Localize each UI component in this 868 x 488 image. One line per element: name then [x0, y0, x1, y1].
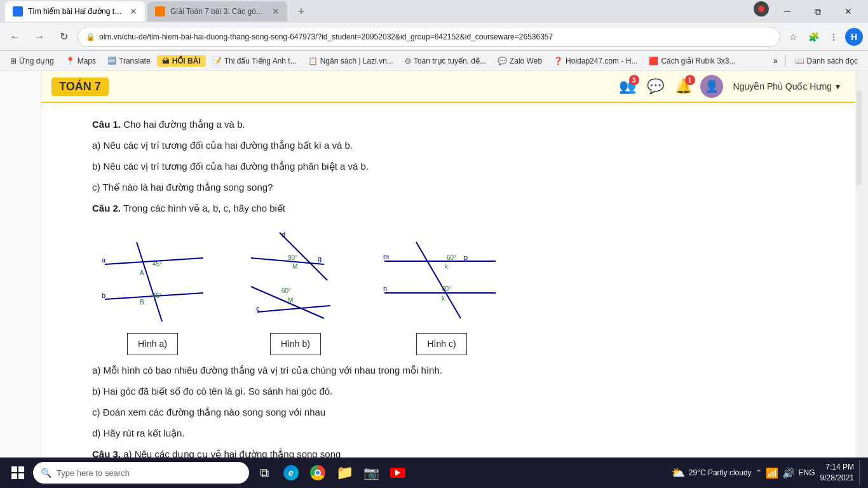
youtube-icon[interactable]: [385, 460, 410, 485]
q3-heading: Câu 3. a) Nêu các dụng cụ vẽ hai đường t…: [92, 445, 620, 458]
hoibai-icon: 🏔: [162, 57, 170, 65]
svg-text:c: c: [256, 304, 260, 312]
search-placeholder: Type here to search: [57, 468, 130, 478]
address-bar: ← → ↻ 🔒 olm.vn/chu-de/tim-hiem-bai-hai-d…: [0, 23, 868, 51]
taskbar-right: ⛅ 29°C Partly cloudy ⌃ 📶 🔊 ENG 7:14 PM 9…: [671, 460, 863, 485]
start-button[interactable]: [5, 460, 31, 485]
bookmark-hoibai[interactable]: 🏔 HỒI BÀI: [157, 55, 206, 67]
q2-part-a-text: a) Mỗi hình có bao nhiêu đường thẳng và …: [92, 365, 442, 376]
figure-b-caption: Hình b): [270, 333, 321, 355]
user-photo-icon[interactable]: 👤: [700, 75, 723, 98]
browser-toolbar: ☆ 🧩 ⋮ H: [784, 28, 863, 46]
bookmark-thi-dau[interactable]: 📝 Thi đấu Tiếng Anh t...: [207, 55, 302, 67]
close-button[interactable]: ✕: [834, 1, 863, 22]
bookmark-maps[interactable]: 📍 Maps: [60, 55, 101, 67]
scrollbar[interactable]: [857, 90, 862, 186]
bookmark-ngan-sach[interactable]: 📋 Ngân sách | Lazi.vn...: [303, 55, 398, 67]
q1-part-a: a) Nêu các vị trí tương đối của hai đườn…: [92, 137, 620, 154]
bookmark-hoidap[interactable]: ❓ Hoidap247.com - H...: [548, 55, 642, 67]
figure-c-svg: m n p 60° k 60° k: [378, 229, 505, 328]
url-bar[interactable]: 🔒 olm.vn/chu-de/tim-hiem-bai-hai-duong-t…: [78, 27, 780, 47]
badge-1: 3: [629, 75, 639, 85]
camera-icon[interactable]: 📷: [358, 460, 384, 485]
hoidap-icon: ❓: [553, 57, 563, 65]
thi-dau-label: Thi đấu Tiếng Anh t...: [224, 57, 297, 65]
notification-icon-1[interactable]: 👥 3: [616, 75, 639, 98]
svg-text:A: A: [140, 269, 144, 276]
q3-label: Câu 3.: [92, 449, 121, 458]
svg-text:90°: 90°: [288, 254, 297, 261]
taskbar-icons: ⧉ e 📁 📷: [252, 460, 410, 485]
svg-text:m: m: [383, 253, 389, 261]
wifi-icon: 📶: [766, 467, 778, 479]
back-button[interactable]: ←: [5, 27, 25, 47]
tab-active[interactable]: Tìm hiểm bài Hai đường thẳng s... ✕: [5, 1, 145, 22]
title-bar: Tìm hiểm bài Hai đường thẳng s... ✕ Giải…: [0, 0, 868, 23]
chevron-down-icon: ▾: [836, 81, 840, 92]
q2-part-c: c) Đoán xem các đường thẳng nào song son…: [92, 403, 620, 421]
bookmark-zalo[interactable]: 💬 Zalo Web: [492, 55, 547, 67]
svg-text:k: k: [442, 295, 445, 302]
bookmarks-more[interactable]: »: [770, 55, 782, 67]
user-menu-button[interactable]: Nguyễn Phú Quốc Hưng ▾: [728, 79, 845, 94]
figure-b-svg: d g c 90° M 60°: [232, 229, 359, 328]
bookmark-rubik[interactable]: 🟥 Cách giải Rubik 3x3...: [644, 55, 740, 67]
bookmark-apps[interactable]: ⊞ Ứng dụng: [5, 55, 59, 67]
task-view-button[interactable]: ⧉: [252, 460, 277, 485]
tab-close-2[interactable]: ✕: [272, 6, 280, 17]
clock[interactable]: 7:14 PM 9/28/2021: [820, 462, 854, 484]
bookmark-reading-list[interactable]: 📖 Danh sách đọc: [790, 55, 863, 67]
chrome-browser-icon[interactable]: [305, 460, 330, 485]
svg-text:60°: 60°: [281, 287, 291, 294]
notification-icon-2[interactable]: 💬: [644, 75, 667, 98]
star-icon[interactable]: ☆: [784, 28, 802, 46]
edge-browser-icon[interactable]: e: [278, 460, 304, 485]
tab-close-1[interactable]: ✕: [130, 6, 137, 17]
user-avatar[interactable]: H: [845, 28, 863, 46]
caret-icon[interactable]: ⌃: [756, 468, 762, 477]
extension-icon[interactable]: 🧩: [804, 28, 822, 46]
svg-text:45°: 45°: [153, 292, 162, 299]
svg-text:p: p: [464, 254, 468, 261]
right-panel: [855, 71, 868, 458]
badge-3: 1: [685, 75, 695, 85]
new-tab-button[interactable]: +: [292, 3, 310, 20]
taskbar: 🔍 Type here to search ⧉ e 📁 📷: [0, 458, 868, 488]
windows-icon: [11, 466, 24, 479]
url-text: olm.vn/chu-de/tim-hiem-bai-hai-duong-tha…: [99, 32, 553, 41]
bookmark-translate[interactable]: 🔤 Translate: [102, 55, 156, 67]
notification-icon-3[interactable]: 🔔 1: [672, 75, 695, 98]
hoibai-label: HỒI BÀI: [172, 57, 201, 65]
toan-label: Toán trực tuyến, đề...: [414, 57, 486, 65]
show-desktop-button[interactable]: [859, 460, 863, 485]
bookmark-toan[interactable]: ⊙ Toán trực tuyến, đề...: [400, 55, 491, 67]
menu-icon[interactable]: ⋮: [825, 28, 843, 46]
thi-dau-icon: 📝: [212, 57, 222, 65]
forward-button[interactable]: →: [29, 27, 50, 47]
user-photo: 👤: [705, 79, 719, 93]
olm-nav-icons: 👥 3 💬 🔔 1 👤: [616, 75, 845, 98]
taskbar-search[interactable]: 🔍 Type here to search: [33, 462, 249, 484]
olm-header: TOÁN 7 👥 3 💬 🔔 1 👤: [41, 71, 855, 103]
svg-text:M: M: [288, 297, 293, 304]
figure-a: a b 45° A 45° B: [92, 229, 213, 355]
restore-button[interactable]: ⧉: [803, 1, 832, 22]
file-explorer-icon[interactable]: 📁: [332, 460, 357, 485]
toan-icon: ⊙: [405, 57, 411, 65]
figure-c: m n p 60° k 60° k: [378, 229, 505, 355]
main-content: TOÁN 7 👥 3 💬 🔔 1 👤: [41, 71, 855, 458]
svg-text:45°: 45°: [153, 261, 162, 268]
reload-button[interactable]: ↻: [53, 27, 74, 47]
tab-inactive[interactable]: Giải Toán 7 bài 3: Các góc tạo bở... ✕: [147, 1, 287, 22]
hoidap-label: Hoidap247.com - H...: [566, 57, 637, 65]
bookmarks-bar: ⊞ Ứng dụng 📍 Maps 🔤 Translate 🏔 HỒI BÀI …: [0, 51, 868, 71]
q1-part-b: b) Nêu các vị trí tương đối của hai đườn…: [92, 158, 620, 175]
figure-a-caption: Hình a): [127, 333, 178, 355]
apps-label: Ứng dụng: [19, 57, 54, 65]
tab-favicon-2: [155, 6, 165, 17]
search-icon: 🔍: [41, 468, 51, 478]
minimize-button[interactable]: ─: [773, 1, 802, 22]
q1-text: Cho hai đường thẳng a và b.: [123, 119, 245, 130]
figure-a-svg: a b 45° A 45° B: [92, 229, 213, 328]
q1-part-c: c) Thế nào là hai đường thẳng song song?: [92, 179, 620, 196]
